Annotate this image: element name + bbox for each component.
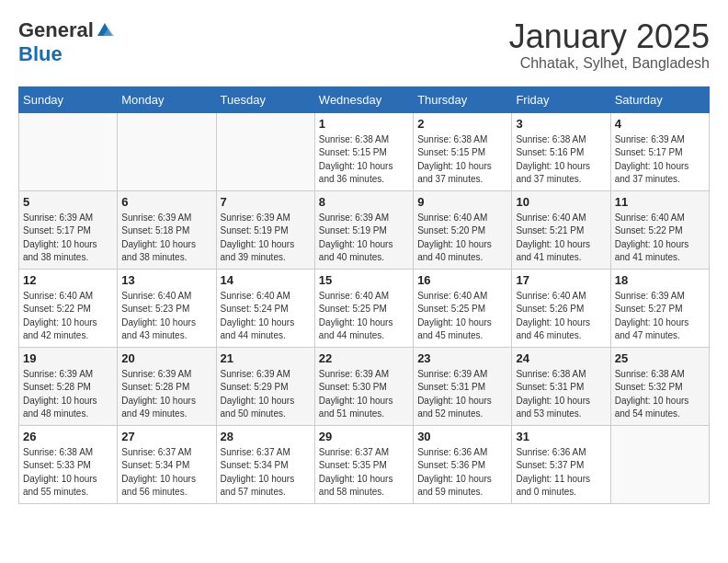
calendar-cell: 29Sunrise: 6:37 AM Sunset: 5:35 PM Dayli… xyxy=(314,425,413,503)
calendar-cell: 3Sunrise: 6:38 AM Sunset: 5:16 PM Daylig… xyxy=(512,112,610,190)
day-info: Sunrise: 6:40 AM Sunset: 5:25 PM Dayligh… xyxy=(319,290,409,343)
day-info: Sunrise: 6:38 AM Sunset: 5:31 PM Dayligh… xyxy=(516,368,606,421)
day-info: Sunrise: 6:40 AM Sunset: 5:21 PM Dayligh… xyxy=(516,212,606,265)
day-number: 6 xyxy=(121,195,211,209)
day-info: Sunrise: 6:37 AM Sunset: 5:34 PM Dayligh… xyxy=(221,446,311,500)
calendar-cell: 31Sunrise: 6:36 AM Sunset: 5:37 PM Dayli… xyxy=(512,425,610,503)
day-info: Sunrise: 6:38 AM Sunset: 5:15 PM Dayligh… xyxy=(417,133,507,187)
day-info: Sunrise: 6:38 AM Sunset: 5:16 PM Dayligh… xyxy=(516,133,606,187)
calendar-cell xyxy=(216,112,314,190)
calendar-cell: 27Sunrise: 6:37 AM Sunset: 5:34 PM Dayli… xyxy=(118,425,216,503)
day-number: 28 xyxy=(221,430,311,443)
day-number: 31 xyxy=(516,430,606,443)
calendar-cell: 26Sunrise: 6:38 AM Sunset: 5:33 PM Dayli… xyxy=(19,425,118,503)
day-info: Sunrise: 6:38 AM Sunset: 5:33 PM Dayligh… xyxy=(23,446,113,500)
calendar-cell: 24Sunrise: 6:38 AM Sunset: 5:31 PM Dayli… xyxy=(512,347,610,425)
day-number: 8 xyxy=(319,195,409,209)
day-number: 22 xyxy=(319,351,409,365)
calendar-cell: 18Sunrise: 6:39 AM Sunset: 5:27 PM Dayli… xyxy=(610,269,709,347)
calendar-cell xyxy=(19,112,118,190)
day-number: 7 xyxy=(221,195,311,209)
calendar-cell: 10Sunrise: 6:40 AM Sunset: 5:21 PM Dayli… xyxy=(512,190,610,269)
day-number: 17 xyxy=(516,273,606,287)
day-info: Sunrise: 6:37 AM Sunset: 5:35 PM Dayligh… xyxy=(319,446,409,500)
day-info: Sunrise: 6:39 AM Sunset: 5:27 PM Dayligh… xyxy=(615,290,705,343)
title-section: January 2025 Chhatak, Sylhet, Bangladesh xyxy=(509,18,710,72)
day-number: 19 xyxy=(23,351,113,365)
day-number: 14 xyxy=(221,273,311,287)
calendar-cell: 9Sunrise: 6:40 AM Sunset: 5:20 PM Daylig… xyxy=(414,190,512,269)
calendar-cell: 1Sunrise: 6:38 AM Sunset: 5:15 PM Daylig… xyxy=(314,112,413,190)
calendar-cell: 7Sunrise: 6:39 AM Sunset: 5:19 PM Daylig… xyxy=(216,190,314,269)
calendar-cell: 23Sunrise: 6:39 AM Sunset: 5:31 PM Dayli… xyxy=(414,347,512,425)
calendar-cell: 17Sunrise: 6:40 AM Sunset: 5:26 PM Dayli… xyxy=(512,269,610,347)
calendar-table: SundayMondayTuesdayWednesdayThursdayFrid… xyxy=(18,86,710,504)
calendar-cell: 15Sunrise: 6:40 AM Sunset: 5:25 PM Dayli… xyxy=(314,269,413,347)
day-number: 16 xyxy=(417,273,507,287)
logo-blue-text: Blue xyxy=(18,42,63,65)
weekday-header-friday: Friday xyxy=(512,86,610,112)
calendar-cell xyxy=(118,112,216,190)
calendar-cell: 6Sunrise: 6:39 AM Sunset: 5:18 PM Daylig… xyxy=(118,190,216,269)
day-info: Sunrise: 6:39 AM Sunset: 5:31 PM Dayligh… xyxy=(417,368,507,421)
day-number: 20 xyxy=(121,351,211,365)
day-info: Sunrise: 6:40 AM Sunset: 5:22 PM Dayligh… xyxy=(615,212,705,265)
day-number: 13 xyxy=(121,273,211,287)
calendar-cell xyxy=(610,425,709,503)
day-info: Sunrise: 6:38 AM Sunset: 5:15 PM Dayligh… xyxy=(319,133,409,187)
weekday-header-sunday: Sunday xyxy=(19,86,118,112)
calendar-cell: 11Sunrise: 6:40 AM Sunset: 5:22 PM Dayli… xyxy=(610,190,709,269)
day-number: 30 xyxy=(417,430,507,443)
calendar-cell: 12Sunrise: 6:40 AM Sunset: 5:22 PM Dayli… xyxy=(19,269,118,347)
calendar-cell: 5Sunrise: 6:39 AM Sunset: 5:17 PM Daylig… xyxy=(19,190,118,269)
day-number: 15 xyxy=(319,273,409,287)
page-header: General Blue January 2025 Chhatak, Sylhe… xyxy=(18,18,710,72)
day-info: Sunrise: 6:39 AM Sunset: 5:17 PM Dayligh… xyxy=(615,133,705,187)
day-info: Sunrise: 6:39 AM Sunset: 5:18 PM Dayligh… xyxy=(121,212,211,265)
day-number: 29 xyxy=(319,430,409,443)
day-number: 18 xyxy=(615,273,705,287)
logo-general-text: General xyxy=(18,18,94,42)
day-number: 27 xyxy=(121,430,211,443)
day-number: 12 xyxy=(23,273,113,287)
calendar-cell: 22Sunrise: 6:39 AM Sunset: 5:30 PM Dayli… xyxy=(314,347,413,425)
day-number: 21 xyxy=(221,351,311,365)
day-number: 24 xyxy=(516,351,606,365)
day-number: 3 xyxy=(516,117,606,131)
day-info: Sunrise: 6:40 AM Sunset: 5:22 PM Dayligh… xyxy=(23,290,113,343)
calendar-cell: 2Sunrise: 6:38 AM Sunset: 5:15 PM Daylig… xyxy=(414,112,512,190)
day-info: Sunrise: 6:39 AM Sunset: 5:28 PM Dayligh… xyxy=(121,368,211,421)
weekday-header-wednesday: Wednesday xyxy=(314,86,413,112)
day-info: Sunrise: 6:40 AM Sunset: 5:20 PM Dayligh… xyxy=(417,212,507,265)
day-info: Sunrise: 6:39 AM Sunset: 5:29 PM Dayligh… xyxy=(221,368,311,421)
calendar-subtitle: Chhatak, Sylhet, Bangladesh xyxy=(509,55,710,72)
day-info: Sunrise: 6:39 AM Sunset: 5:28 PM Dayligh… xyxy=(23,368,113,421)
day-info: Sunrise: 6:36 AM Sunset: 5:36 PM Dayligh… xyxy=(417,446,507,500)
weekday-header-thursday: Thursday xyxy=(414,86,512,112)
calendar-cell: 14Sunrise: 6:40 AM Sunset: 5:24 PM Dayli… xyxy=(216,269,314,347)
day-info: Sunrise: 6:37 AM Sunset: 5:34 PM Dayligh… xyxy=(121,446,211,500)
calendar-cell: 28Sunrise: 6:37 AM Sunset: 5:34 PM Dayli… xyxy=(216,425,314,503)
day-info: Sunrise: 6:40 AM Sunset: 5:23 PM Dayligh… xyxy=(121,290,211,343)
day-info: Sunrise: 6:38 AM Sunset: 5:32 PM Dayligh… xyxy=(615,368,705,421)
day-number: 25 xyxy=(615,351,705,365)
calendar-cell: 8Sunrise: 6:39 AM Sunset: 5:19 PM Daylig… xyxy=(314,190,413,269)
calendar-cell: 13Sunrise: 6:40 AM Sunset: 5:23 PM Dayli… xyxy=(118,269,216,347)
day-info: Sunrise: 6:36 AM Sunset: 5:37 PM Dayligh… xyxy=(516,446,606,500)
calendar-title: January 2025 xyxy=(509,18,710,55)
weekday-header-saturday: Saturday xyxy=(610,86,709,112)
logo: General Blue xyxy=(18,18,114,66)
calendar-cell: 25Sunrise: 6:38 AM Sunset: 5:32 PM Dayli… xyxy=(610,347,709,425)
day-number: 11 xyxy=(615,195,705,209)
day-number: 4 xyxy=(615,117,705,131)
logo-icon xyxy=(96,21,114,40)
weekday-header-tuesday: Tuesday xyxy=(216,86,314,112)
day-number: 5 xyxy=(23,195,113,209)
day-info: Sunrise: 6:39 AM Sunset: 5:30 PM Dayligh… xyxy=(319,368,409,421)
calendar-cell: 16Sunrise: 6:40 AM Sunset: 5:25 PM Dayli… xyxy=(414,269,512,347)
day-info: Sunrise: 6:40 AM Sunset: 5:25 PM Dayligh… xyxy=(417,290,507,343)
day-info: Sunrise: 6:39 AM Sunset: 5:19 PM Dayligh… xyxy=(319,212,409,265)
day-number: 10 xyxy=(516,195,606,209)
day-number: 2 xyxy=(417,117,507,131)
day-number: 9 xyxy=(417,195,507,209)
